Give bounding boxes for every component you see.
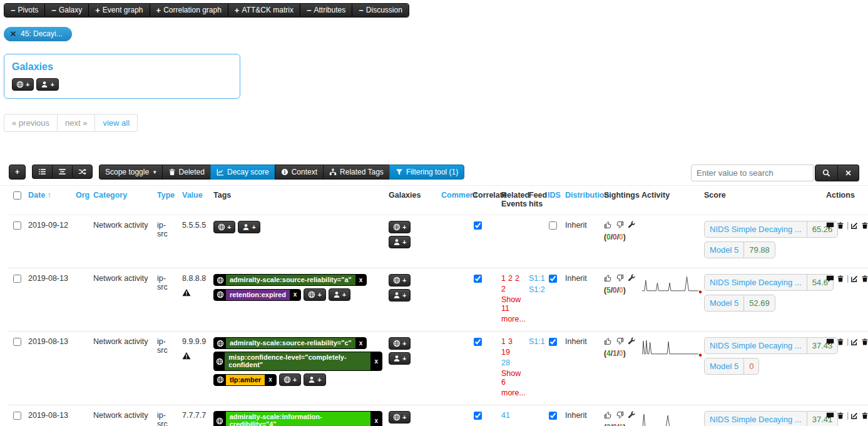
scope-toggle-button[interactable]: Scope toggle▾ bbox=[99, 165, 162, 180]
add-globe-button[interactable]: + bbox=[389, 411, 411, 423]
add-person-button[interactable]: + bbox=[329, 288, 350, 301]
add-comment-button[interactable] bbox=[826, 338, 834, 346]
pivot-pill[interactable]: 45: Decayi... bbox=[4, 27, 72, 41]
attribute-value[interactable]: 5.5.5.5 bbox=[182, 221, 206, 230]
remove-tag-button[interactable]: x bbox=[355, 275, 367, 285]
related-event-link[interactable]: 28 bbox=[501, 358, 510, 367]
delete-attribute-button[interactable] bbox=[861, 338, 868, 346]
related-event-link[interactable]: Show 11 bbox=[501, 295, 521, 313]
decay-score-badge[interactable]: NIDS Simple Decaying ...65.26 bbox=[704, 221, 838, 238]
related-event-link[interactable]: 1 bbox=[501, 274, 506, 283]
select-all-checkbox[interactable] bbox=[13, 191, 21, 200]
soft-delete-button[interactable] bbox=[837, 221, 844, 230]
nav-tab-discussion[interactable]: −Discussion bbox=[352, 4, 409, 17]
col-header-date[interactable]: Date ↑ bbox=[25, 186, 73, 215]
related-event-link[interactable]: 1 bbox=[501, 337, 506, 346]
add-globe-button[interactable]: + bbox=[389, 337, 411, 350]
remove-tag-button[interactable]: x bbox=[370, 412, 382, 426]
row-checkbox[interactable] bbox=[13, 221, 21, 230]
edit-attribute-button[interactable] bbox=[850, 221, 859, 230]
add-person-button[interactable]: + bbox=[238, 221, 260, 233]
soft-delete-button[interactable] bbox=[837, 412, 844, 420]
tag-chip[interactable]: tlp:amberx bbox=[213, 374, 277, 386]
thumbs-down-icon[interactable] bbox=[616, 337, 624, 345]
thumbs-down-icon[interactable] bbox=[616, 411, 624, 419]
correlate-checkbox[interactable] bbox=[474, 275, 482, 283]
add-globe-button[interactable]: + bbox=[12, 78, 34, 91]
thumbs-down-icon[interactable] bbox=[616, 221, 624, 229]
related-tags-button[interactable]: Related Tags bbox=[323, 165, 389, 180]
nav-tab-event-graph[interactable]: +Event graph bbox=[89, 4, 150, 17]
wrench-icon[interactable] bbox=[628, 274, 636, 282]
related-event-link[interactable]: 2 bbox=[515, 274, 519, 283]
col-header-distribution[interactable]: Distribution bbox=[562, 186, 601, 215]
tag-chip[interactable]: admiralty-scale:information-credibility=… bbox=[213, 411, 382, 426]
add-person-button[interactable]: + bbox=[389, 352, 411, 365]
feed-hit-link[interactable]: S1:1 bbox=[529, 337, 541, 346]
tag-chip[interactable]: misp:confidence-level="completely-confid… bbox=[213, 352, 382, 371]
ids-checkbox[interactable] bbox=[549, 221, 557, 230]
edit-attribute-button[interactable] bbox=[850, 412, 859, 420]
nav-tab-attributes[interactable]: −Attributes bbox=[300, 4, 352, 17]
next-page-button[interactable]: next » bbox=[58, 114, 95, 132]
add-comment-button[interactable] bbox=[826, 275, 834, 283]
add-globe-button[interactable]: + bbox=[279, 373, 301, 386]
related-event-link[interactable]: 41 bbox=[501, 411, 510, 420]
clear-search-button[interactable] bbox=[838, 165, 859, 181]
row-checkbox[interactable] bbox=[13, 412, 21, 420]
thumbs-up-icon[interactable] bbox=[604, 274, 612, 282]
tag-chip[interactable]: retention:expiredx bbox=[213, 289, 301, 301]
search-button[interactable] bbox=[815, 165, 838, 181]
ids-checkbox[interactable] bbox=[549, 412, 557, 420]
col-header-org[interactable]: Org bbox=[73, 186, 90, 215]
ids-checkbox[interactable] bbox=[549, 275, 557, 283]
delete-attribute-button[interactable] bbox=[861, 221, 868, 230]
list-view-button[interactable] bbox=[32, 165, 52, 179]
wrench-icon[interactable] bbox=[628, 337, 636, 345]
delete-attribute-button[interactable] bbox=[861, 412, 868, 420]
close-icon[interactable] bbox=[10, 31, 16, 37]
tag-chip[interactable]: admiralty-scale:source-reliability="a"x bbox=[213, 274, 367, 286]
add-person-button[interactable]: + bbox=[389, 236, 411, 248]
add-person-button[interactable]: + bbox=[389, 289, 411, 302]
remove-tag-button[interactable]: x bbox=[355, 338, 367, 348]
nav-tab-galaxy[interactable]: −Galaxy bbox=[45, 4, 89, 17]
proposal-view-button[interactable] bbox=[52, 165, 72, 179]
attribute-value[interactable]: 7.7.7.7 bbox=[182, 411, 206, 420]
thumbs-up-icon[interactable] bbox=[604, 221, 612, 229]
deleted-button[interactable]: Deleted bbox=[162, 165, 210, 180]
add-person-button[interactable]: + bbox=[36, 78, 58, 91]
add-globe-button[interactable]: + bbox=[389, 221, 411, 233]
add-comment-button[interactable] bbox=[826, 221, 834, 230]
view-all-button[interactable]: view all bbox=[95, 114, 138, 132]
delete-attribute-button[interactable] bbox=[861, 275, 868, 283]
col-header-value[interactable]: Value bbox=[179, 186, 210, 215]
attribute-value[interactable]: 8.8.8.8 bbox=[182, 274, 206, 283]
decay-score-button[interactable]: Decay score bbox=[210, 165, 275, 180]
add-globe-button[interactable]: + bbox=[213, 221, 235, 233]
related-event-link[interactable]: 2 bbox=[501, 285, 506, 293]
thumbs-down-icon[interactable] bbox=[616, 274, 624, 282]
decay-score-badge[interactable]: NIDS Simple Decaying ...54.6 bbox=[704, 274, 834, 291]
related-event-link[interactable]: more... bbox=[501, 388, 526, 397]
remove-tag-button[interactable]: x bbox=[290, 290, 301, 300]
add-globe-button[interactable]: + bbox=[304, 288, 325, 301]
related-event-link[interactable]: more... bbox=[501, 315, 526, 323]
decay-score-badge[interactable]: Model 552.69 bbox=[704, 295, 775, 312]
related-event-link[interactable]: 3 bbox=[508, 337, 513, 346]
context-button[interactable]: Context bbox=[275, 165, 323, 180]
tag-chip[interactable]: admiralty-scale:source-reliability="c"x bbox=[213, 337, 367, 349]
row-checkbox[interactable] bbox=[13, 275, 21, 283]
feed-hit-link[interactable]: S1:2 bbox=[529, 285, 541, 294]
correlate-checkbox[interactable] bbox=[474, 338, 482, 346]
add-comment-button[interactable] bbox=[826, 412, 834, 420]
decay-score-badge[interactable]: Model 50 bbox=[704, 358, 759, 375]
filtering-tool-button[interactable]: Filtering tool (1) bbox=[389, 165, 464, 180]
row-checkbox[interactable] bbox=[13, 338, 21, 346]
correlate-checkbox[interactable] bbox=[474, 221, 482, 230]
add-attribute-button[interactable]: + bbox=[9, 165, 26, 180]
ids-checkbox[interactable] bbox=[549, 338, 557, 346]
feed-hit-link[interactable]: S1:1 bbox=[529, 274, 541, 283]
add-globe-button[interactable]: + bbox=[389, 274, 411, 287]
thumbs-up-icon[interactable] bbox=[604, 337, 612, 345]
